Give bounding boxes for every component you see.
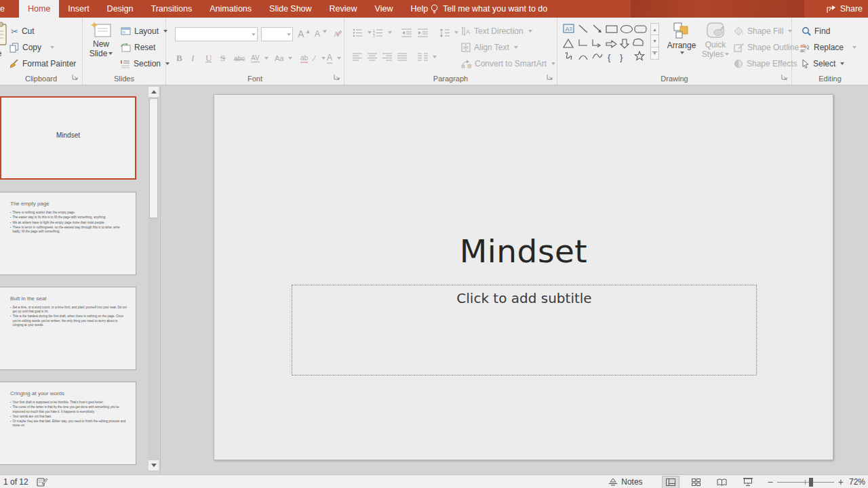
format-painter-button[interactable]: Format Painter	[9, 56, 76, 71]
select-button[interactable]: Select	[802, 56, 844, 71]
gallery-scroll-up[interactable]: ▲	[650, 23, 659, 35]
quick-styles-label-2: Styles	[700, 49, 731, 59]
quick-styles-label-1: Quick	[700, 40, 731, 49]
scroll-up-button[interactable]	[149, 87, 159, 97]
italic-button[interactable]: I	[191, 51, 194, 66]
line-spacing-button[interactable]	[439, 25, 458, 40]
shapes-gallery[interactable]: A { }	[563, 23, 648, 62]
section-icon	[121, 60, 130, 68]
underline-button[interactable]: U	[205, 51, 212, 66]
tell-me-box[interactable]: Tell me what you want to do	[430, 0, 547, 18]
view-slideshow-button[interactable]	[739, 476, 757, 488]
font-dialog-launcher[interactable]	[334, 74, 342, 82]
slide-title-text[interactable]: Mindset	[214, 232, 833, 270]
numbering-button[interactable]: 123	[373, 25, 392, 40]
character-spacing-button[interactable]: AV	[251, 51, 269, 66]
paste-button-fragment[interactable]: e	[0, 22, 9, 58]
align-right-button[interactable]	[382, 49, 392, 64]
text-direction-button[interactable]: A Text Direction	[461, 24, 532, 39]
layout-button[interactable]: Layout	[121, 24, 167, 39]
find-button[interactable]: Find	[802, 24, 830, 39]
font-size-combo[interactable]	[261, 27, 293, 41]
tab-design[interactable]: Design	[98, 0, 142, 18]
section-button[interactable]: Section	[121, 56, 170, 71]
shrink-font-button[interactable]: A▼	[315, 26, 328, 41]
notes-button[interactable]: Notes	[608, 477, 642, 487]
group-font: A▲ A▼ A B I U S abc AV Aa ab A Font	[166, 18, 344, 85]
convert-smartart-button[interactable]: Convert to SmartArt	[461, 56, 555, 71]
align-center-button[interactable]	[368, 49, 377, 64]
decrease-indent-button[interactable]	[401, 25, 412, 40]
tab-view[interactable]: View	[366, 0, 402, 18]
clipboard-dialog-launcher[interactable]	[72, 74, 80, 82]
bold-button[interactable]: B	[176, 51, 182, 66]
increase-indent-button[interactable]	[418, 25, 428, 40]
align-text-button[interactable]: Align Text	[461, 40, 518, 55]
copy-button[interactable]: Copy	[9, 40, 54, 55]
reset-button[interactable]: Reset	[121, 40, 155, 55]
group-drawing: A { } ▲ ▼ ▼	[557, 18, 792, 85]
view-slide-sorter-button[interactable]	[688, 476, 705, 488]
zoom-level[interactable]: 72%	[849, 477, 868, 487]
copy-dropdown-arrow[interactable]	[50, 46, 54, 49]
new-slide-button[interactable]: New Slide	[87, 22, 115, 58]
share-button[interactable]: Share	[827, 0, 863, 18]
view-reading-button[interactable]	[713, 476, 731, 488]
arrange-button[interactable]: Arrange	[665, 22, 698, 54]
justify-button[interactable]	[397, 49, 407, 64]
drawing-dialog-launcher[interactable]	[781, 74, 789, 82]
quick-styles-button[interactable]: Quick Styles	[700, 22, 731, 59]
svg-text:ab: ab	[800, 43, 806, 48]
text-direction-icon: A	[461, 26, 471, 36]
thumbnail-bullet: ▪We as writers have to fight the empty p…	[10, 221, 127, 225]
tab-review[interactable]: Review	[321, 0, 366, 18]
shape-effects-label: Shape Effects	[747, 59, 797, 68]
font-name-combo[interactable]	[175, 27, 258, 41]
slide-thumbnail-3[interactable]: Butt in the seat▪Set a time, or a word c…	[0, 287, 136, 370]
columns-button[interactable]	[418, 49, 437, 64]
shape-fill-button[interactable]: Shape Fill	[734, 24, 792, 39]
strikethrough-button[interactable]: S	[220, 51, 225, 66]
tab-animations[interactable]: Animations	[201, 0, 260, 18]
strike-abc-button[interactable]: abc	[234, 51, 245, 66]
grow-font-button[interactable]: A▲	[298, 26, 311, 41]
file-tab-fragment[interactable]: e	[0, 0, 5, 18]
gallery-more-button[interactable]: ▼	[650, 47, 659, 60]
bullets-button[interactable]	[353, 25, 372, 40]
slide-thumbnail-1[interactable]: Mindset	[0, 96, 136, 180]
subtitle-placeholder[interactable]: Click to add subtitle	[292, 285, 757, 375]
tab-home[interactable]: Home	[19, 0, 59, 18]
zoom-out-button[interactable]: −	[768, 476, 773, 487]
thumbnail-bullet: ▪There is nothing scarier than the empty…	[10, 211, 127, 215]
tab-slide-show[interactable]: Slide Show	[260, 0, 321, 18]
group-slides: New Slide Layout Reset Section Slides	[83, 18, 166, 85]
section-label: Section	[134, 59, 161, 68]
copy-icon	[9, 43, 19, 53]
zoom-slider[interactable]	[777, 476, 834, 488]
view-normal-button[interactable]	[662, 476, 679, 488]
align-left-button[interactable]	[353, 49, 362, 64]
slide-thumbnail-2[interactable]: The empty page▪There is nothing scarier …	[0, 192, 136, 275]
thumbnail-scrollbar[interactable]	[149, 85, 159, 472]
current-slide[interactable]: Mindset Click to add subtitle	[214, 94, 833, 460]
font-color-button[interactable]: A	[327, 51, 341, 66]
zoom-in-button[interactable]: +	[838, 476, 844, 487]
highlight-button[interactable]: ab	[300, 51, 326, 66]
clear-formatting-button[interactable]: A	[333, 26, 342, 41]
change-case-button[interactable]: Aa	[275, 51, 292, 66]
smartart-icon	[461, 59, 471, 68]
zoom-slider-thumb[interactable]	[809, 478, 813, 487]
scrollbar-thumb[interactable]	[149, 98, 158, 218]
gallery-scroll-down[interactable]: ▼	[650, 35, 659, 47]
proofing-icon[interactable]	[37, 477, 47, 487]
thumbnail-title: Mindset	[1, 131, 135, 139]
lightbulb-icon	[430, 4, 439, 14]
scroll-down-button[interactable]	[149, 460, 159, 470]
cut-button[interactable]: ✂ Cut	[11, 24, 35, 39]
paragraph-dialog-launcher[interactable]	[547, 74, 555, 82]
tab-insert[interactable]: Insert	[59, 0, 98, 18]
slide-thumbnail-4[interactable]: Cringing at your words▪Your first draft …	[0, 382, 136, 465]
replace-button[interactable]: abac Replace	[800, 40, 856, 55]
thumbnail-bullet: ▪Your words are not that bad.	[10, 415, 127, 419]
tab-transitions[interactable]: Transitions	[142, 0, 201, 18]
